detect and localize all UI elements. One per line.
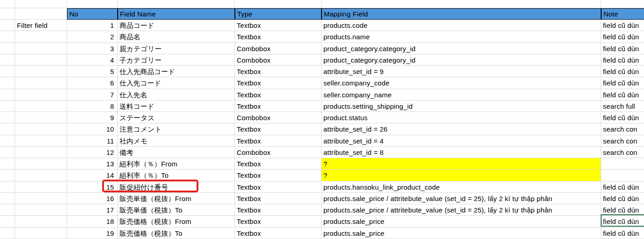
cell-no[interactable]: 13 bbox=[67, 158, 118, 170]
cell-field-name[interactable]: 仕入先コード bbox=[118, 77, 235, 89]
cell-note[interactable]: field cũ dùn bbox=[601, 20, 644, 31]
cell-type[interactable]: Textbox bbox=[235, 170, 322, 181]
cell-type[interactable]: Textbox bbox=[235, 20, 322, 31]
cell-type[interactable]: Textbox bbox=[235, 216, 322, 227]
cell-filter-label[interactable] bbox=[15, 101, 67, 112]
cell-field-name[interactable]: 販促紐付け番号 bbox=[118, 181, 235, 193]
cell-mapping-field[interactable]: products.name bbox=[322, 31, 601, 42]
cell-no[interactable]: 16 bbox=[67, 193, 118, 204]
cell-field-name[interactable]: 仕入先商品コード bbox=[118, 66, 235, 77]
cell-filter-label[interactable] bbox=[15, 31, 67, 42]
cell-type[interactable]: Textbox bbox=[235, 31, 322, 42]
cell-field-name[interactable]: 組利率（％）From bbox=[118, 158, 235, 170]
cell-spacer[interactable] bbox=[0, 216, 15, 227]
cell-filter-label[interactable] bbox=[15, 77, 67, 89]
cell-field-name[interactable]: 組利率（％）To bbox=[118, 170, 235, 181]
cell-no[interactable]: 3 bbox=[67, 43, 118, 54]
cell-field-name[interactable]: 注意コメント bbox=[118, 123, 235, 135]
cell-type[interactable]: Textbox bbox=[235, 77, 322, 89]
cell-filter-label[interactable] bbox=[15, 158, 67, 170]
cell-note[interactable]: search con bbox=[601, 147, 644, 158]
cell-no[interactable]: 15 bbox=[67, 181, 118, 193]
cell-note[interactable]: field cũ dùn bbox=[601, 204, 644, 216]
cell-field-name[interactable]: 仕入先名 bbox=[118, 89, 235, 101]
cell-mapping-field[interactable]: products.setting_shipping_id bbox=[322, 101, 601, 112]
cell-type[interactable]: Textbox bbox=[235, 181, 322, 193]
cell-no[interactable]: 4 bbox=[67, 54, 118, 66]
cell-filter-label[interactable] bbox=[15, 170, 67, 181]
cell-empty[interactable] bbox=[67, 0, 118, 8]
cell-field-name[interactable]: 社内メモ bbox=[118, 135, 235, 147]
cell-mapping-field[interactable]: attribute_set_id = 9 bbox=[322, 66, 601, 77]
cell-spacer[interactable] bbox=[0, 43, 15, 54]
cell-no[interactable]: 5 bbox=[67, 66, 118, 77]
cell-type[interactable]: Textbox bbox=[235, 158, 322, 170]
cell-type[interactable]: Textbox bbox=[235, 66, 322, 77]
cell-spacer[interactable] bbox=[0, 193, 15, 204]
cell-spacer[interactable] bbox=[0, 135, 15, 147]
cell-mapping-field[interactable]: products.code bbox=[322, 20, 601, 31]
cell-spacer[interactable] bbox=[0, 170, 15, 181]
cell-filter-label[interactable] bbox=[15, 181, 67, 193]
cell-no[interactable]: 11 bbox=[67, 135, 118, 147]
cell-type[interactable]: Textbox bbox=[235, 204, 322, 216]
header-field-name[interactable]: Field Name bbox=[118, 8, 235, 20]
cell-spacer[interactable] bbox=[0, 66, 15, 77]
cell-type[interactable]: Combobox bbox=[235, 43, 322, 54]
cell-filter-label[interactable] bbox=[15, 135, 67, 147]
cell-spacer[interactable] bbox=[0, 181, 15, 193]
cell-no[interactable]: 17 bbox=[67, 204, 118, 216]
header-no[interactable]: No bbox=[67, 8, 118, 20]
cell-field-name[interactable]: 販売単価（税抜）To bbox=[118, 204, 235, 216]
cell-note[interactable]: field cũ dùn bbox=[601, 89, 644, 101]
cell-spacer[interactable] bbox=[0, 112, 15, 123]
cell-no[interactable]: 12 bbox=[67, 147, 118, 158]
cell-mapping-field[interactable]: ? bbox=[322, 158, 601, 170]
cell-field-name[interactable]: 商品名 bbox=[118, 31, 235, 42]
cell-mapping-field[interactable]: ? bbox=[322, 170, 601, 181]
cell-filter-label[interactable] bbox=[15, 43, 67, 54]
cell-note[interactable]: field cũ dùn bbox=[601, 43, 644, 54]
cell-spacer[interactable] bbox=[0, 31, 15, 42]
cell-mapping-field[interactable]: product_category.category_id bbox=[322, 43, 601, 54]
cell-mapping-field[interactable]: product_category.category_id bbox=[322, 54, 601, 66]
cell-empty[interactable] bbox=[235, 0, 322, 8]
cell-no[interactable]: 7 bbox=[67, 89, 118, 101]
cell-no[interactable]: 19 bbox=[67, 228, 118, 239]
cell-type[interactable]: Textbox bbox=[235, 193, 322, 204]
cell-empty[interactable] bbox=[601, 0, 644, 8]
cell-type[interactable]: Textbox bbox=[235, 135, 322, 147]
cell-filter-label[interactable] bbox=[15, 123, 67, 135]
cell-filter-label[interactable] bbox=[15, 66, 67, 77]
cell-no[interactable]: 8 bbox=[67, 101, 118, 112]
cell-type[interactable]: Combobox bbox=[235, 147, 322, 158]
cell-filter-label[interactable] bbox=[15, 89, 67, 101]
cell-spacer[interactable] bbox=[0, 147, 15, 158]
cell-mapping-field[interactable]: seller.company_code bbox=[322, 77, 601, 89]
cell-mapping-field[interactable]: products.hansoku_link_product_code bbox=[322, 181, 601, 193]
cell-note[interactable]: search con bbox=[601, 123, 644, 135]
cell-filter-label[interactable] bbox=[15, 228, 67, 239]
cell-note[interactable] bbox=[601, 170, 644, 181]
cell-field-name[interactable]: 販売価格（税抜）To bbox=[118, 228, 235, 239]
cell-note[interactable]: field cũ dùn bbox=[601, 216, 644, 227]
cell-note[interactable]: field cũ dùn bbox=[601, 181, 644, 193]
cell-mapping-field[interactable]: attribute_set_id = 26 bbox=[322, 123, 601, 135]
cell-filter-label[interactable]: Filter field bbox=[15, 20, 67, 31]
cell-field-name[interactable]: 販売価格（税抜）From bbox=[118, 216, 235, 227]
cell-no[interactable]: 9 bbox=[67, 112, 118, 123]
cell-mapping-field[interactable]: product.status bbox=[322, 112, 601, 123]
cell-filter-label[interactable] bbox=[15, 216, 67, 227]
cell-field-name[interactable]: ステータス bbox=[118, 112, 235, 123]
cell-no[interactable]: 14 bbox=[67, 170, 118, 181]
cell-type[interactable]: Textbox bbox=[235, 228, 322, 239]
cell-no[interactable]: 1 bbox=[67, 20, 118, 31]
cell-note[interactable] bbox=[601, 158, 644, 170]
cell-note[interactable]: field cũ dùn bbox=[601, 66, 644, 77]
cell-no[interactable]: 18 bbox=[67, 216, 118, 227]
cell-empty[interactable] bbox=[118, 0, 235, 8]
cell-spacer[interactable] bbox=[0, 20, 15, 31]
cell-type[interactable]: Combobox bbox=[235, 54, 322, 66]
cell-field-name[interactable]: 備考 bbox=[118, 147, 235, 158]
cell-note[interactable]: field cũ dùn bbox=[601, 228, 644, 239]
